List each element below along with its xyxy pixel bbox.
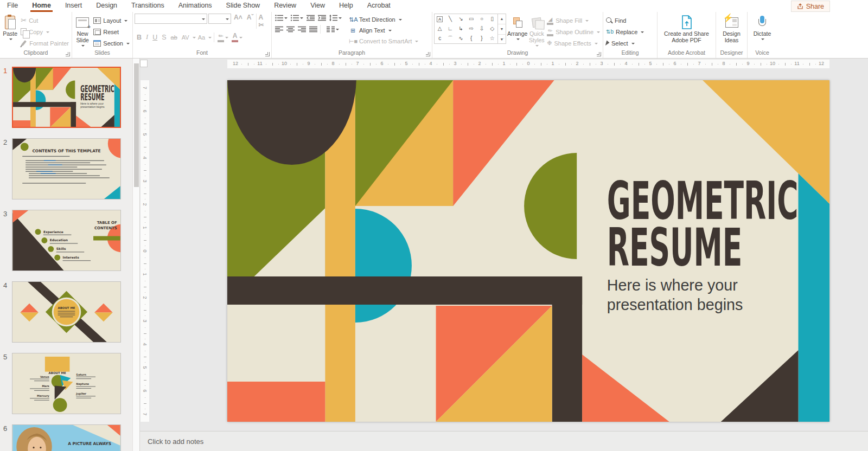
create-share-pdf-button[interactable]: Create and Share Adobe PDF xyxy=(661,14,713,44)
find-icon xyxy=(606,17,612,24)
shape-fill-button[interactable]: ◢Shape Fill xyxy=(546,15,601,26)
italic-button[interactable]: I xyxy=(144,33,150,42)
slide-thumbnail-3[interactable]: TABLE OF CONTENTS Experience Education S… xyxy=(12,210,121,271)
slide-thumbnail-5[interactable]: ABOUT ME Venus Mars Mercury Saturn Neptu… xyxy=(12,353,121,414)
tab-insert[interactable]: Insert xyxy=(58,0,89,12)
group-adobe-acrobat: Create and Share Adobe PDF Adobe Acrobat xyxy=(658,12,716,58)
group-editing: Find ⇅bReplace Select Editing xyxy=(603,12,658,58)
tab-animations[interactable]: Animations xyxy=(171,0,219,12)
paragraph-dialog-launcher[interactable] xyxy=(426,52,430,56)
gallery-more-button[interactable]: ▼̇ xyxy=(498,35,506,44)
tab-acrobat[interactable]: Acrobat xyxy=(360,0,398,12)
slide-editing-surface[interactable] xyxy=(227,80,829,422)
section-button[interactable]: Section xyxy=(92,37,131,49)
tab-view[interactable]: View xyxy=(303,0,332,12)
clear-formatting-button[interactable]: A✂ xyxy=(256,14,270,29)
new-slide-button[interactable]: New Slide xyxy=(74,14,91,47)
arrange-button[interactable]: Arrange xyxy=(507,14,527,41)
columns-button[interactable] xyxy=(325,25,341,34)
justify-button[interactable] xyxy=(308,25,319,34)
reset-button[interactable]: Reset xyxy=(92,26,131,37)
font-name-combobox[interactable] xyxy=(135,14,207,24)
format-painter-icon xyxy=(21,40,27,46)
reset-icon xyxy=(93,29,101,35)
bold-button[interactable]: B xyxy=(135,33,144,42)
shapes-gallery[interactable]: A╲↘▭○▯ △∟↳⇨⇩◇ ϲ⌒∿{}☆ ▲ ▼ ▼̇ xyxy=(434,14,506,44)
star-icon: ☆ xyxy=(487,34,497,43)
tab-design[interactable]: Design xyxy=(89,0,124,12)
thumbnail-scrollbar[interactable] xyxy=(132,59,139,451)
slide-thumbnail-6[interactable]: A PICTURE ALWAYS xyxy=(12,424,121,451)
slide-thumbnail-4[interactable]: ABOUT ME xyxy=(12,281,121,343)
font-color-button[interactable]: A xyxy=(232,32,238,42)
line-spacing-button[interactable] xyxy=(328,14,343,22)
group-paragraph: ⇅AText Direction ⊞Align Text ⊢■Convert t… xyxy=(272,12,432,58)
slide-thumbnail-2[interactable]: CONTENTS OF THIS TEMPLATE xyxy=(12,138,121,199)
tab-file[interactable]: File xyxy=(0,0,25,12)
change-case-button[interactable]: Aa xyxy=(196,34,207,41)
character-spacing-button[interactable]: AV xyxy=(180,34,192,41)
bullets-button[interactable] xyxy=(273,14,289,22)
line-arrow-icon: ↘ xyxy=(456,14,466,24)
dictate-button[interactable]: Dictate xyxy=(750,14,775,41)
paste-button[interactable]: Paste xyxy=(2,14,18,41)
paste-dropdown[interactable] xyxy=(9,38,12,42)
thumb3-item-4: Interests xyxy=(63,255,80,259)
copy-button[interactable]: Copy xyxy=(20,26,70,37)
align-center-button[interactable] xyxy=(285,25,296,34)
slide-number-1: 1 xyxy=(3,67,7,75)
decrease-font-size-button[interactable]: Aˇ xyxy=(245,14,256,29)
layout-button[interactable]: Layout xyxy=(92,15,131,26)
slide-thumbnail-1[interactable] xyxy=(12,67,121,128)
shape-outline-button[interactable]: ✎Shape Outline xyxy=(546,26,601,37)
highlight-color-button[interactable]: ✎ xyxy=(218,33,224,42)
find-button[interactable]: Find xyxy=(605,15,645,26)
shape-effects-button[interactable]: ❉Shape Effects xyxy=(546,37,601,49)
shapes-gallery-grid[interactable]: A╲↘▭○▯ △∟↳⇨⇩◇ ϲ⌒∿{}☆ xyxy=(434,14,498,44)
tab-review[interactable]: Review xyxy=(267,0,303,12)
align-right-button[interactable] xyxy=(296,25,308,34)
drawing-dialog-launcher[interactable] xyxy=(597,52,601,56)
copy-icon xyxy=(21,28,27,35)
underline-button[interactable]: U xyxy=(150,33,159,42)
tab-help[interactable]: Help xyxy=(332,0,360,12)
tab-transitions[interactable]: Transitions xyxy=(124,0,171,12)
font-dialog-launcher[interactable] xyxy=(265,52,270,56)
text-direction-button[interactable]: ⇅AText Direction xyxy=(349,14,418,25)
share-button[interactable]: Share xyxy=(791,1,830,12)
font-size-combobox[interactable] xyxy=(208,14,231,24)
tab-home[interactable]: Home xyxy=(25,0,58,12)
ribbon: Paste ✂Cut Copy Format Painter Clipboard… xyxy=(0,12,868,59)
cut-button[interactable]: ✂Cut xyxy=(20,15,70,26)
increase-font-size-button[interactable]: A˄ xyxy=(232,14,244,29)
curve-icon: ∿ xyxy=(456,34,466,43)
strikethrough-button[interactable]: ab xyxy=(169,34,180,41)
quick-styles-button[interactable]: Quick Styles xyxy=(528,14,545,47)
decrease-indent-button[interactable] xyxy=(305,14,316,22)
design-ideas-button[interactable]: ⚡ Design Ideas xyxy=(719,14,744,44)
rounded-rectangle-icon: ▯ xyxy=(487,14,497,24)
tab-slide-show[interactable]: Slide Show xyxy=(219,0,267,12)
thumbnail-scrollbar-thumb[interactable] xyxy=(134,63,139,187)
thumb5-left-3: Mercury xyxy=(37,394,50,398)
quick-styles-icon xyxy=(532,17,542,27)
increase-indent-button[interactable] xyxy=(316,14,328,22)
convert-to-smartart-button[interactable]: ⊢■Convert to SmartArt xyxy=(349,36,418,47)
share-icon xyxy=(797,3,803,10)
notes-pane[interactable]: Click to add notes xyxy=(140,431,868,451)
thumb5-right-2: Neptune xyxy=(76,382,89,386)
gallery-scroll-up[interactable]: ▲ xyxy=(498,14,506,24)
group-drawing: A╲↘▭○▯ △∟↳⇨⇩◇ ϲ⌒∿{}☆ ▲ ▼ ▼̇ Arrange xyxy=(432,12,603,58)
align-text-button[interactable]: ⊞Align Text xyxy=(349,25,418,36)
text-shadow-button[interactable]: S xyxy=(159,33,168,42)
clipboard-dialog-launcher[interactable] xyxy=(66,52,70,56)
gallery-scroll-down[interactable]: ▼ xyxy=(498,24,506,35)
slide-number-2: 2 xyxy=(3,138,7,146)
format-painter-button[interactable]: Format Painter xyxy=(20,37,70,49)
select-button[interactable]: Select xyxy=(605,37,645,49)
slide-number-5: 5 xyxy=(3,353,7,361)
numbering-button[interactable] xyxy=(289,14,305,22)
scribble-icon: ϲ xyxy=(435,34,445,43)
align-left-button[interactable] xyxy=(273,25,285,34)
replace-button[interactable]: ⇅bReplace xyxy=(605,26,645,37)
